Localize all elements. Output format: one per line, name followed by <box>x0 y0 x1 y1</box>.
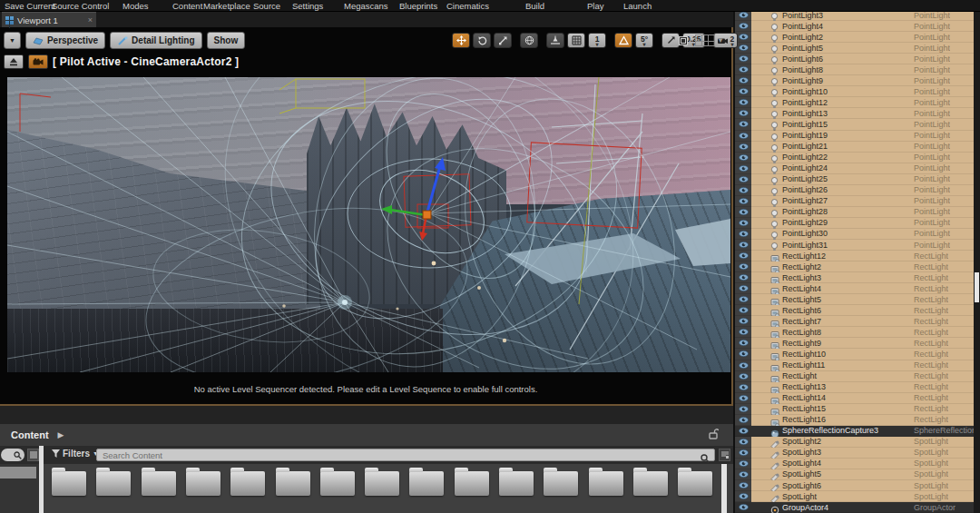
tab-close-icon[interactable]: × <box>88 15 93 25</box>
outliner-row[interactable]: PointLight9 PointLight <box>735 75 980 86</box>
lock-icon[interactable] <box>708 428 719 444</box>
outliner-row[interactable]: PointLight13 PointLight <box>735 108 980 119</box>
rotation-snap-value-button[interactable]: 5°▾ <box>635 33 653 48</box>
visibility-eye-icon[interactable] <box>735 415 751 426</box>
outliner-row[interactable]: RectLight11 RectLight <box>735 360 980 371</box>
folder-icon[interactable] <box>230 471 265 496</box>
menu-item-save-current[interactable]: Save Current <box>5 1 55 11</box>
outliner-row[interactable]: RectLight RectLight <box>735 371 980 382</box>
outliner-row[interactable]: RectLight15 RectLight <box>735 404 980 415</box>
visibility-eye-icon[interactable] <box>735 459 751 469</box>
outliner-row[interactable]: PointLight26 PointLight <box>735 185 980 196</box>
visibility-eye-icon[interactable] <box>735 316 751 327</box>
visibility-eye-icon[interactable] <box>735 240 751 251</box>
outliner-row[interactable]: PointLight28 PointLight <box>735 207 980 218</box>
visibility-eye-icon[interactable] <box>735 207 751 218</box>
visibility-eye-icon[interactable] <box>735 480 751 491</box>
outliner-row[interactable]: SpotLight SpotLight <box>735 491 980 502</box>
visibility-eye-icon[interactable] <box>735 393 751 404</box>
visibility-eye-icon[interactable] <box>735 360 751 371</box>
asset-grid-scrollbar[interactable] <box>721 464 727 513</box>
menu-item-megascans[interactable]: Megascans <box>344 1 388 11</box>
outliner-row[interactable]: SphereReflectionCapture3 SphereReflectio… <box>735 426 980 437</box>
folder-icon[interactable] <box>365 471 399 496</box>
menu-item-marketplace[interactable]: Marketplace <box>203 1 250 11</box>
outliner-row[interactable]: PointLight31 PointLight <box>735 240 980 251</box>
outliner-row[interactable]: PointLight25 PointLight <box>735 174 980 185</box>
outliner-row[interactable]: RectLight9 RectLight <box>735 338 980 349</box>
outliner-row[interactable]: PointLight5 PointLight <box>735 43 980 54</box>
folder-icon[interactable] <box>678 471 712 496</box>
visibility-eye-icon[interactable] <box>735 251 751 261</box>
outliner-row[interactable]: PointLight27 PointLight <box>735 196 980 207</box>
menu-item-source[interactable]: Source <box>253 1 280 11</box>
outliner-row[interactable]: PointLight29 PointLight <box>735 218 980 229</box>
outliner-row[interactable]: RectLight3 RectLight <box>735 272 980 283</box>
eject-pilot-button[interactable] <box>4 54 24 69</box>
camera-mode-button[interactable]: Perspective <box>25 32 105 49</box>
folder-icon[interactable] <box>142 471 176 496</box>
visibility-eye-icon[interactable] <box>735 131 751 142</box>
outliner-scrollbar-thumb[interactable] <box>975 272 979 302</box>
tab-viewport-1[interactable]: Viewport 1 × <box>2 12 96 27</box>
visibility-eye-icon[interactable] <box>735 437 751 448</box>
visibility-eye-icon[interactable] <box>735 491 751 502</box>
content-search-input[interactable] <box>96 449 715 461</box>
outliner-row[interactable]: GroupActor4 GroupActor <box>735 502 980 513</box>
move-tool-button[interactable] <box>452 33 470 48</box>
folder-icon[interactable] <box>320 471 355 496</box>
menu-item-content[interactable]: Content <box>172 1 202 11</box>
visibility-eye-icon[interactable] <box>735 86 751 97</box>
sources-selected-item[interactable] <box>0 467 36 478</box>
outliner-row[interactable]: RectLight13 RectLight <box>735 382 980 393</box>
scale-snap-button[interactable] <box>662 33 680 48</box>
menu-item-launch[interactable]: Launch <box>623 1 652 11</box>
outliner-row[interactable]: SpotLight3 SpotLight <box>735 448 980 459</box>
filters-button[interactable]: Filters ▼ <box>52 449 99 459</box>
outliner-row[interactable]: RectLight16 RectLight <box>735 415 980 426</box>
save-search-button[interactable] <box>719 449 730 461</box>
outliner-row[interactable]: SpotLight5 SpotLight <box>735 469 980 480</box>
folder-icon[interactable] <box>633 471 668 496</box>
outliner-row[interactable]: PointLight15 PointLight <box>735 119 980 130</box>
visibility-eye-icon[interactable] <box>735 294 751 305</box>
outliner-row[interactable]: RectLight4 RectLight <box>735 283 980 294</box>
visibility-eye-icon[interactable] <box>735 448 751 459</box>
visibility-eye-icon[interactable] <box>735 97 751 108</box>
sources-list-toggle-button[interactable] <box>27 449 39 461</box>
folder-icon[interactable] <box>455 471 489 496</box>
outliner-row[interactable]: RectLight2 RectLight <box>735 261 980 272</box>
menu-item-blueprints[interactable]: Blueprints <box>399 1 437 11</box>
visibility-eye-icon[interactable] <box>735 261 751 272</box>
visibility-eye-icon[interactable] <box>735 371 751 382</box>
folder-icon[interactable] <box>96 471 131 496</box>
folder-icon[interactable] <box>409 471 444 496</box>
folder-icon[interactable] <box>499 471 534 496</box>
outliner-row[interactable]: PointLight21 PointLight <box>735 142 980 153</box>
outliner-row[interactable]: PointLight19 PointLight <box>735 131 980 142</box>
folder-icon[interactable] <box>589 471 623 496</box>
menu-item-source-control[interactable]: Source Control <box>52 1 109 11</box>
visibility-eye-icon[interactable] <box>735 502 751 513</box>
visibility-eye-icon[interactable] <box>735 229 751 240</box>
rotate-tool-button[interactable] <box>473 33 491 48</box>
visibility-eye-icon[interactable] <box>735 163 751 174</box>
menu-item-modes[interactable]: Modes <box>122 1 149 11</box>
visibility-eye-icon[interactable] <box>735 108 751 119</box>
grid-snap-button[interactable] <box>567 33 585 48</box>
view-mode-button[interactable]: Detail Lighting <box>110 32 201 49</box>
menu-item-settings[interactable]: Settings <box>292 1 323 11</box>
outliner-row[interactable]: PointLight2 PointLight <box>735 32 980 43</box>
folder-icon[interactable] <box>52 471 86 496</box>
outliner-row[interactable]: RectLight5 RectLight <box>735 294 980 305</box>
outliner-row[interactable]: PointLight6 PointLight <box>735 54 980 64</box>
visibility-eye-icon[interactable] <box>735 142 751 153</box>
visibility-eye-icon[interactable] <box>735 382 751 393</box>
outliner-row[interactable]: RectLight12 RectLight <box>735 251 980 261</box>
menu-item-cinematics[interactable]: Cinematics <box>446 1 489 11</box>
sources-search-box[interactable] <box>1 449 24 461</box>
visibility-eye-icon[interactable] <box>735 338 751 349</box>
folder-icon[interactable] <box>276 471 310 496</box>
outliner-row[interactable]: RectLight7 RectLight <box>735 316 980 327</box>
pilot-camera-button[interactable] <box>28 54 48 69</box>
